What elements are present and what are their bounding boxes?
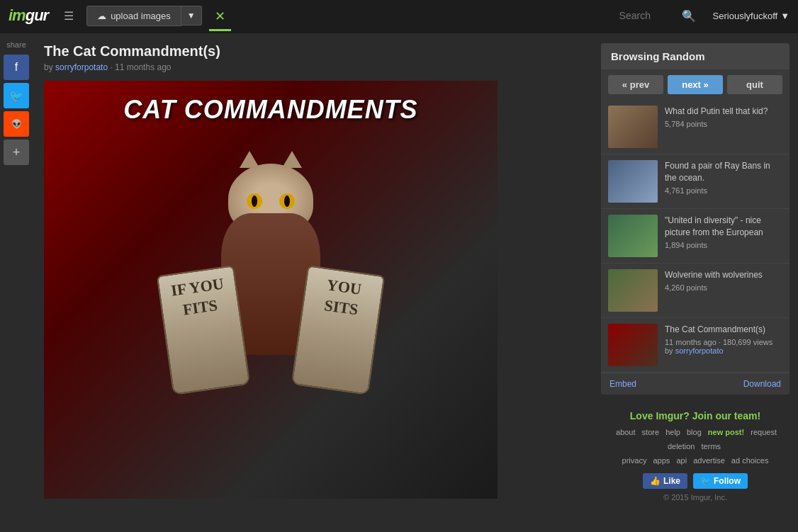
item-thumbnail (608, 106, 658, 148)
embed-link[interactable]: Embed (609, 379, 636, 389)
tw-follow-label: Follow (714, 476, 741, 486)
post-content: The Cat Commandment(s) by sorryforpotato… (33, 33, 592, 520)
search-area: 🔍 Seriouslyfuckoff ▼ (619, 9, 789, 23)
browsing-header: Browsing Random (601, 43, 789, 69)
meme-cat-area: IF YOU FITS YOU SITS (44, 125, 498, 443)
by-label: by (665, 346, 673, 355)
hamburger-button[interactable]: ☰ (58, 6, 79, 26)
footer-link-blog[interactable]: blog (687, 428, 702, 436)
browsing-item[interactable]: What did Putin tell that kid? 5,784 poin… (601, 100, 789, 154)
search-input[interactable] (619, 10, 676, 21)
reddit-share-button[interactable]: 👽 (4, 111, 29, 137)
item-info: Wolverine with wolverines 4,260 points (665, 269, 782, 292)
item-points: 4,761 points (665, 186, 782, 195)
cat-eye-right (279, 193, 295, 209)
item-thumbnail (608, 269, 658, 312)
post-image: CAT COMMANDMENTS (44, 81, 498, 499)
item-title: The Cat Commandment(s) (665, 324, 782, 336)
footer-link-help[interactable]: help (665, 428, 680, 436)
twitter-share-button[interactable]: 🐦 (4, 83, 29, 108)
share-sidebar: share f 🐦 👽 + (0, 33, 33, 520)
more-share-button[interactable]: + (4, 140, 29, 165)
tablet-right: YOU SITS (291, 265, 386, 395)
footer-link-about[interactable]: about (616, 428, 636, 436)
quit-button[interactable]: quit (727, 75, 782, 94)
footer-link-api[interactable]: api (676, 456, 687, 465)
item-info: What did Putin tell that kid? 5,784 poin… (665, 106, 782, 128)
username-label: Seriouslyfuckoff (713, 11, 778, 21)
upload-icon: ☁ (97, 11, 106, 21)
user-menu-button[interactable]: Seriouslyfuckoff ▼ (713, 11, 789, 21)
item-title: Wolverine with wolverines (665, 269, 782, 281)
fb-like-label: Like (663, 476, 680, 486)
item-title: "United in diversity" - nice picture fro… (665, 215, 782, 239)
twitter-follow-button[interactable]: 🐦 Follow (693, 473, 748, 489)
join-team-text: Join our team! (692, 410, 760, 421)
item-thumbnail (608, 215, 658, 257)
next-button[interactable]: next » (668, 75, 723, 94)
item-info: The Cat Commandment(s) 11 months ago · 1… (665, 324, 782, 355)
cat-ear-right (282, 151, 302, 168)
item-points: 5,784 points (665, 120, 782, 128)
user-dropdown-icon: ▼ (780, 11, 789, 21)
logo: imgur (9, 6, 48, 25)
item-title: What did Putin tell that kid? (665, 106, 782, 118)
cat-eye-left (247, 193, 262, 209)
footer-link-newpost[interactable]: new post! (708, 428, 744, 436)
main-layout: share f 🐦 👽 + The Cat Commandment(s) by … (0, 33, 798, 520)
post-author[interactable]: sorryforpotato (55, 62, 108, 72)
love-text-part: Love Imgur? (630, 410, 692, 421)
cat-ear-left (240, 151, 259, 168)
post-title: The Cat Commandment(s) (44, 43, 581, 60)
footer-love-text: Love Imgur? Join our team! (609, 410, 781, 421)
footer-link-terms[interactable]: terms (702, 442, 721, 451)
facebook-like-button[interactable]: 👍 Like (643, 473, 687, 489)
post-image-overlay: CAT COMMANDMENTS (44, 81, 498, 499)
browsing-item[interactable]: Wolverine with wolverines 4,260 points (601, 264, 789, 318)
item-points: 4,260 points (665, 283, 782, 292)
tw-icon: 🐦 (700, 476, 711, 486)
header: imgur ☰ ☁ upload images ▼ ✕ 🔍 Seriouslyf… (0, 0, 798, 33)
upload-label: upload images (111, 11, 171, 21)
footer-link-advertise[interactable]: advertise (693, 456, 725, 465)
browsing-item-current[interactable]: The Cat Commandment(s) 11 months ago · 1… (601, 318, 789, 373)
download-link[interactable]: Download (743, 379, 781, 389)
post-meta: by sorryforpotato · 11 months ago (44, 62, 581, 72)
shuffle-icon: ✕ (215, 9, 225, 23)
item-info: "United in diversity" - nice picture fro… (665, 215, 782, 249)
embed-download-row: Embed Download (601, 373, 789, 395)
upload-button[interactable]: ☁ upload images (86, 6, 181, 26)
footer-link-privacy[interactable]: privacy (622, 456, 647, 465)
tablet-left-text: IF YOU FITS (158, 266, 240, 328)
meme-title-text: CAT COMMANDMENTS (123, 95, 417, 125)
shuffle-button[interactable]: ✕ (209, 5, 231, 27)
footer-link-store[interactable]: store (642, 428, 659, 436)
footer-link-apps[interactable]: apps (653, 456, 670, 465)
post-image-container: CAT COMMANDMENTS (44, 81, 498, 499)
prev-button[interactable]: « prev (608, 75, 663, 94)
fb-icon: 👍 (650, 476, 661, 486)
footer-social: 👍 Like 🐦 Follow (609, 473, 781, 489)
browsing-item[interactable]: Found a pair of Ray Bans in the ocean. 4… (601, 154, 789, 209)
tablet-left: IF YOU FITS (157, 265, 251, 395)
browsing-item[interactable]: "United in diversity" - nice picture fro… (601, 209, 789, 264)
right-sidebar: Browsing Random « prev next » quit What … (592, 33, 798, 520)
item-info: Found a pair of Ray Bans in the ocean. 4… (665, 160, 782, 195)
browsing-items-list: What did Putin tell that kid? 5,784 poin… (601, 100, 789, 373)
footer-link-adchoices[interactable]: ad choices (731, 456, 769, 465)
browsing-panel: Browsing Random « prev next » quit What … (601, 43, 789, 395)
tablet-right-text: YOU SITS (302, 266, 383, 328)
facebook-share-button[interactable]: f (4, 55, 29, 80)
footer-links: about store help blog new post! request … (609, 426, 781, 468)
item-author-line: by sorryforpotato (665, 346, 782, 355)
item-author-link[interactable]: sorryforpotato (675, 346, 724, 355)
share-label: share (6, 40, 26, 49)
item-time-views: 11 months ago · 180,699 views (665, 338, 772, 346)
cat-figure: IF YOU FITS YOU SITS (157, 149, 384, 419)
item-title: Found a pair of Ray Bans in the ocean. (665, 160, 782, 184)
upload-dropdown-button[interactable]: ▼ (181, 6, 202, 26)
post-time: 11 months ago (115, 62, 171, 72)
item-points: 1,894 points (665, 241, 782, 249)
item-thumbnail (608, 160, 658, 203)
footer-area: Love Imgur? Join our team! about store h… (601, 402, 789, 510)
